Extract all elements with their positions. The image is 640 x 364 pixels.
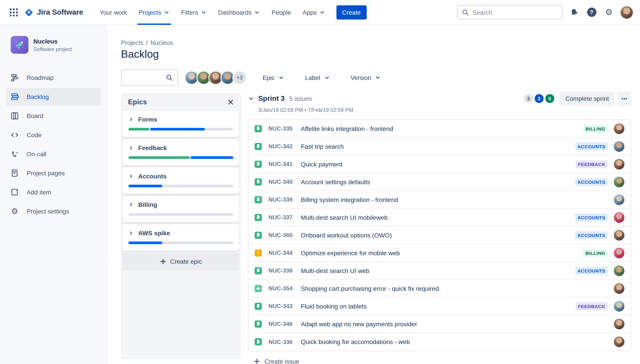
issue-row-nuc-354[interactable]: NUC-354 Shopping cart purchasing error -… <box>249 280 631 298</box>
chevron-right-icon[interactable] <box>128 174 134 179</box>
sidebar-item-on-call[interactable]: On-call <box>6 145 100 163</box>
issue-summary: Account settings defaults <box>301 178 370 185</box>
sprint-more-button[interactable]: ••• <box>618 92 631 106</box>
issue-summary: Optimize experience for mobile web <box>301 249 400 256</box>
sidebar-item-backlog[interactable]: Backlog <box>6 88 100 106</box>
sprint-issue-list: NUC-335 Affelite links integration - fro… <box>248 120 631 351</box>
filter-dropdown-label[interactable]: Label <box>305 74 330 81</box>
issue-key: NUC-341 <box>269 161 298 167</box>
sprint-header: Sprint 3 5 issues 320 Complete sprint ••… <box>248 92 631 105</box>
epics-panel-title: Epics <box>128 98 147 106</box>
nav-item-people[interactable]: People <box>266 0 297 25</box>
epic-card-forms[interactable]: Forms <box>122 110 240 137</box>
chevron-down-icon <box>324 74 330 81</box>
avatar-overflow-badge[interactable]: +3 <box>233 70 247 85</box>
chevron-right-icon[interactable] <box>128 230 134 236</box>
sidebar-item-add-item[interactable]: Add item <box>6 183 100 201</box>
sidebar-item-code[interactable]: Code <box>6 126 100 144</box>
issue-row-nuc-360[interactable]: NUC-360 Onboard workout options (OWO) AC… <box>249 226 631 244</box>
epic-card-billing[interactable]: Billing <box>122 196 240 222</box>
assignee-avatar <box>614 248 624 258</box>
issue-row-nuc-346[interactable]: NUC-346 Adapt web app no new payments pr… <box>249 315 631 333</box>
assignee-avatar <box>614 141 624 152</box>
settings-button[interactable]: ⚙︎ <box>603 6 615 18</box>
assignee-avatar <box>614 336 624 347</box>
issue-key: NUC-338 <box>269 267 298 274</box>
assignee-avatar <box>614 123 624 134</box>
status-count-badges: 320 <box>522 94 554 103</box>
bell-icon <box>570 8 579 17</box>
chevron-right-icon[interactable] <box>128 202 134 207</box>
complete-sprint-button[interactable]: Complete sprint <box>560 92 615 106</box>
sidebar-item-label: Project pages <box>27 170 65 177</box>
issue-key: NUC-340 <box>269 178 298 185</box>
app-switcher-button[interactable] <box>7 5 21 19</box>
global-search-input[interactable] <box>473 9 558 16</box>
issue-key: NUC-344 <box>269 250 298 256</box>
chevron-down-icon <box>278 74 284 81</box>
global-search[interactable] <box>457 5 563 20</box>
nav-item-your-work[interactable]: Your work <box>94 0 133 25</box>
help-button[interactable]: ? <box>586 6 597 18</box>
nav-item-apps[interactable]: Apps <box>297 0 331 25</box>
issue-row-nuc-339[interactable]: NUC-339 Billing system integration - fro… <box>249 191 631 209</box>
breadcrumb-projects[interactable]: Projects <box>121 39 143 46</box>
sidebar-item-roadmap[interactable]: Roadmap <box>6 69 100 86</box>
chevron-down-icon <box>254 9 260 15</box>
sidebar-item-board[interactable]: Board <box>6 107 100 125</box>
chevron-right-icon[interactable] <box>128 145 134 150</box>
create-epic-label: Create epic <box>170 258 202 265</box>
create-epic-button[interactable]: Create epic <box>122 252 240 270</box>
issue-row-nuc-343[interactable]: NUC-343 Fluid booking on tablets FEEDBAC… <box>249 298 631 315</box>
issue-row-nuc-338[interactable]: NUC-338 Multi-dest search UI web ACCOUNT… <box>249 262 631 280</box>
nav-item-dashboards[interactable]: Dashboards <box>212 0 266 25</box>
create-issue-label: Create issue <box>265 358 299 364</box>
epic-card-feedback[interactable]: Feedback <box>122 139 240 166</box>
issue-row-nuc-344[interactable]: ! NUC-344 Optimize experience for mobile… <box>249 244 631 262</box>
issue-row-nuc-336[interactable]: NUC-336 Quick booking for accomodations … <box>249 333 631 351</box>
sidebar-item-label: Board <box>27 112 43 120</box>
filter-dropdown-version[interactable]: Version <box>350 74 381 81</box>
issue-row-nuc-340[interactable]: NUC-340 Account settings defaults ACCOUN… <box>249 173 631 191</box>
story-icon <box>255 214 262 221</box>
issue-key: NUC-339 <box>269 196 298 203</box>
issue-row-nuc-337[interactable]: NUC-337 Multi-dest search UI mobileweb A… <box>249 209 631 226</box>
chevron-down-icon[interactable] <box>248 96 254 102</box>
sprint-name: Sprint 3 <box>258 94 285 102</box>
create-issue-button[interactable]: Create issue <box>254 358 299 364</box>
sidebar-item-project-pages[interactable]: Project pages <box>6 164 100 182</box>
nav-item-filters[interactable]: Filters <box>175 0 212 25</box>
assignee-avatar <box>614 212 624 222</box>
issue-label-badge: BILLING <box>583 124 607 132</box>
jira-logo[interactable]: Jira Software <box>24 7 83 17</box>
issue-row-nuc-335[interactable]: NUC-335 Affelite links integration - fro… <box>249 120 631 138</box>
sidebar-item-project-settings[interactable]: ⚙︎ Project settings <box>6 202 100 220</box>
nav-item-projects[interactable]: Projects <box>133 0 175 25</box>
backlog-search-input[interactable] <box>126 74 166 81</box>
create-button[interactable]: Create <box>336 5 366 19</box>
epic-name: Billing <box>138 201 157 208</box>
notifications-button[interactable] <box>568 6 580 18</box>
backlog-search[interactable] <box>121 69 178 86</box>
story-icon <box>255 302 262 310</box>
breadcrumb-separator: / <box>146 39 148 46</box>
user-avatar[interactable] <box>620 6 633 18</box>
app-grid-icon <box>10 8 18 16</box>
chevron-right-icon[interactable] <box>128 117 134 122</box>
epic-name: Accounts <box>138 173 167 180</box>
settings-icon: ⚙︎ <box>10 207 19 216</box>
breadcrumb-nucleus[interactable]: Nucleus <box>150 39 173 46</box>
filter-dropdown-epic[interactable]: Epic <box>263 74 284 81</box>
sprint-header-actions: 320 Complete sprint ••• <box>522 92 631 106</box>
issue-row-nuc-342[interactable]: NUC-342 Fast trip search ACCOUNTS <box>249 138 631 155</box>
epics-panel-header: Epics <box>122 93 240 110</box>
story-icon <box>255 338 262 345</box>
issue-row-nuc-341[interactable]: NUC-341 Quick payment FEEDBACK <box>249 155 631 173</box>
close-icon[interactable] <box>228 99 234 105</box>
epic-card-accounts[interactable]: Accounts <box>122 167 240 194</box>
epic-card-aws-spike[interactable]: AWS spike <box>122 224 240 251</box>
issue-summary: Fluid booking on tablets <box>301 302 367 310</box>
story-icon <box>255 160 262 168</box>
top-nav-right: ? ⚙︎ <box>457 5 633 20</box>
sidebar-item-label: On-call <box>27 150 47 158</box>
